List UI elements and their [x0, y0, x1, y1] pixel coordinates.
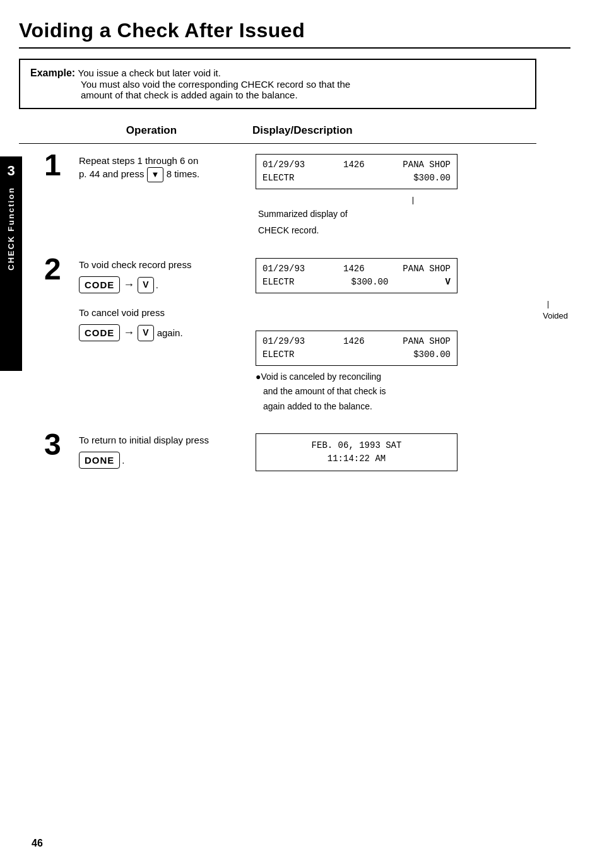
step-1-op-line2: p. 44 and press	[79, 168, 144, 179]
step-2-void-label: To void check record press	[79, 258, 237, 271]
example-line2: You must also void the corresponding CHE…	[81, 79, 525, 90]
example-line1: You issue a check but later void it.	[78, 67, 221, 78]
columns-header: Operation Display/Description	[19, 124, 536, 137]
step-1-operation: Repeat steps 1 through 6 on p. 44 and pr…	[79, 154, 243, 182]
step-1-lcd-time: 1426	[343, 158, 365, 172]
code-key-2: CODE	[79, 324, 120, 341]
step-1-op-line1: Repeat steps 1 through 6 on	[79, 155, 198, 166]
step-2-cancel-lcd-line2: ELECTR $300.00	[263, 348, 451, 361]
step-2-cancel-amount: $300.00	[413, 348, 451, 361]
step-2-cancel-lcd-line1: 01/29/93 1426 PANA SHOP	[263, 335, 451, 348]
example-label: Example:	[30, 67, 75, 78]
step-3-key-row: DONE .	[79, 452, 237, 469]
header-divider	[19, 143, 536, 144]
step-1-lcd-store: PANA SHOP	[403, 158, 451, 172]
step-2-cancel-time: 1426	[343, 335, 365, 348]
step-1: 1 Repeat steps 1 through 6 on p. 44 and …	[44, 154, 570, 240]
cancel-caption1: ●Void is canceled by reconciling	[256, 371, 570, 384]
step-2-number: 2	[44, 254, 79, 284]
step-2-display: 01/29/93 1426 PANA SHOP ELECTR $300.00 V…	[243, 258, 570, 415]
step-3-lcd: FEB. 06, 1993 SAT 11:14:22 AM	[256, 433, 457, 471]
step-1-lcd-line1: 01/29/93 1426 PANA SHOP	[263, 158, 451, 172]
step-1-lcd-line2: ELECTR $300.00	[263, 172, 451, 185]
voided-text: Voided	[543, 311, 568, 320]
step-3-display: FEB. 06, 1993 SAT 11:14:22 AM	[243, 433, 570, 476]
step-2-void-date: 01/29/93	[263, 262, 305, 276]
chapter-sidebar: 3 CHECK Function	[0, 156, 22, 371]
example-box: Example: You issue a check but later voi…	[19, 59, 536, 109]
step-3-lcd-line2: 11:14:22 AM	[263, 452, 451, 466]
step-2-operation: To void check record press CODE → V . To…	[79, 258, 243, 345]
step-2-key-row-void: CODE → V .	[79, 276, 237, 293]
step-1-number: 1	[44, 150, 79, 180]
step-2-cancel-store: PANA SHOP	[403, 335, 451, 348]
step-2-cancel-label: To cancel void press	[79, 306, 237, 319]
operation-header: Operation	[63, 124, 240, 137]
step-3-op-line1: To return to initial display press	[79, 433, 237, 447]
step-1-lcd-cat: ELECTR	[263, 172, 294, 185]
arrow-2: →	[123, 325, 134, 341]
step-3: 3 To return to initial display press DON…	[44, 433, 570, 476]
step-2-void-store: PANA SHOP	[403, 262, 451, 276]
step-2-cancel-date: 01/29/93	[263, 335, 305, 348]
step-2-void-cat: ELECTR	[263, 276, 294, 289]
page-number: 46	[32, 838, 43, 849]
step-2-void-lcd: 01/29/93 1426 PANA SHOP ELECTR $300.00 V	[256, 258, 457, 293]
sidebar-chapter-number: 3	[7, 163, 15, 179]
step-2-cancel-sub: To cancel void press CODE → V again.	[79, 306, 237, 341]
step-1-caption1: Summarized display of	[258, 208, 570, 221]
step-3-operation: To return to initial display press DONE …	[79, 433, 243, 472]
step-1-display: 01/29/93 1426 PANA SHOP ELECTR $300.00 |…	[243, 154, 570, 240]
period-1: .	[156, 278, 158, 291]
step-2: 2 To void check record press CODE → V . …	[44, 258, 570, 415]
voided-label: | Voided	[256, 298, 570, 321]
void-cursor-top: |	[547, 300, 549, 308]
display-header: Display/Description	[240, 124, 536, 137]
again-suffix: again.	[157, 326, 183, 339]
v-key-2: V	[138, 325, 153, 341]
code-key-1: CODE	[79, 276, 120, 293]
sidebar-chapter-label: CHECK Function	[6, 187, 16, 271]
step-2-cancel-cat: ELECTR	[263, 348, 294, 361]
cancel-caption2: and the amount of that check is	[263, 385, 570, 398]
down-arrow-key: ▼	[147, 167, 164, 182]
step-2-void-lcd-line1: 01/29/93 1426 PANA SHOP	[263, 262, 451, 276]
page-title: Voiding a Check After Issued	[19, 19, 570, 42]
period-3: .	[122, 454, 124, 467]
arrow-1: →	[123, 277, 134, 293]
step-2-void-amount: $300.00	[351, 276, 389, 289]
step-2-cancel-lcd: 01/29/93 1426 PANA SHOP ELECTR $300.00	[256, 331, 457, 366]
done-key: DONE	[79, 452, 120, 469]
v-key-1: V	[138, 277, 153, 293]
step-2-void-lcd-line2: ELECTR $300.00 V	[263, 276, 451, 289]
step-1-lcd-date: 01/29/93	[263, 158, 305, 172]
cancel-caption3: again added to the balance.	[263, 401, 570, 413]
step-1-cursor: |	[256, 194, 570, 206]
step-1-lcd-amount: $300.00	[413, 172, 451, 185]
example-line3: amount of that check is added again to t…	[81, 90, 525, 100]
void-v-char: V	[446, 276, 451, 289]
title-divider	[19, 47, 570, 49]
step-3-lcd-line1: FEB. 06, 1993 SAT	[263, 439, 451, 452]
step-1-lcd: 01/29/93 1426 PANA SHOP ELECTR $300.00	[256, 154, 457, 189]
step-2-void-time: 1426	[343, 262, 365, 276]
step-2-key-row-cancel: CODE → V again.	[79, 324, 237, 341]
steps-container: 1 Repeat steps 1 through 6 on p. 44 and …	[44, 154, 570, 476]
step-1-suffix: 8 times.	[167, 168, 200, 179]
step-3-number: 3	[44, 430, 79, 460]
step-1-caption2: CHECK record.	[258, 225, 570, 237]
